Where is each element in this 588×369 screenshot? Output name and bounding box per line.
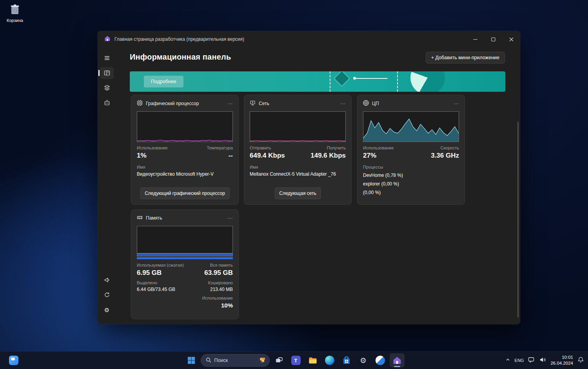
store-button[interactable] — [339, 353, 354, 367]
search-seasonal-icon — [258, 356, 267, 365]
maximize-button[interactable] — [484, 31, 502, 47]
gpu-usage-sparkline — [137, 112, 232, 142]
cpu-widget-title: ЦП — [372, 101, 379, 106]
tray-time: 10:01 — [550, 354, 573, 360]
gpu-usage-value: 1% — [137, 152, 147, 160]
network-name-label: Имя — [250, 165, 346, 169]
app-button[interactable] — [373, 353, 388, 367]
memory-usage-area-chart — [137, 226, 232, 256]
cpu-process-item: (0,00 %) — [363, 190, 459, 195]
search-placeholder: Поиск — [214, 358, 228, 363]
menu-button[interactable] — [100, 52, 114, 64]
settings-gear-icon: ⚙ — [360, 357, 367, 364]
memory-used-value: 6.95 GB — [137, 269, 162, 277]
windows-logo-icon — [187, 356, 196, 365]
announcements-button[interactable] — [100, 274, 114, 286]
network-chart — [250, 111, 346, 142]
gpu-temp-label: Температура — [207, 145, 233, 150]
memory-usage-bar — [137, 257, 233, 259]
gpu-temp-value: -- — [229, 152, 233, 160]
gpu-chart — [137, 111, 233, 142]
start-button[interactable] — [184, 353, 199, 367]
edge-icon — [325, 356, 334, 365]
file-explorer-button[interactable] — [305, 353, 320, 367]
taskbar-search[interactable]: Поиск — [201, 354, 270, 367]
devhome-logo-icon — [104, 35, 111, 43]
minimize-button[interactable] — [466, 31, 484, 47]
memory-committed-value: 6.44 GB/73.45 GB — [137, 287, 175, 292]
details-button[interactable]: Подробнее — [144, 76, 183, 87]
banner-decoration-pie — [410, 71, 445, 92]
widgets-icon — [9, 356, 18, 365]
cpu-more-menu-button[interactable]: ∙∙∙ — [454, 101, 459, 106]
sidebar-item-environments[interactable] — [100, 82, 114, 94]
recycle-bin[interactable]: Корзина — [4, 3, 26, 23]
memory-cached-value: 213.40 MB — [210, 287, 233, 292]
network-widget-title: Сеть — [259, 101, 269, 106]
feedback-button[interactable] — [100, 289, 114, 301]
cpu-usage-area-chart — [363, 112, 459, 142]
memory-more-menu-button[interactable]: ∙∙∙ — [228, 216, 233, 220]
gpu-name-value: Видеоустройство Microsoft Hyper-V — [137, 171, 233, 177]
gpu-usage-label: Использование — [137, 145, 168, 150]
cpu-widget: ЦП ∙∙∙ Использование Скорость 27% 3.36 G… — [357, 95, 465, 205]
memory-used-label: Используемая (сжатая) — [137, 263, 184, 267]
cpu-usage-label: Использование — [363, 145, 394, 150]
clock[interactable]: 10:01 26.04.2024 — [550, 354, 573, 366]
settings-button[interactable]: ⚙ — [100, 304, 114, 316]
folder-icon — [308, 356, 318, 365]
app-icon — [376, 356, 385, 365]
cpu-processes-label: Процессы — [363, 165, 459, 169]
network-recv-label: Получить — [327, 145, 346, 150]
notification-bell-icon[interactable] — [577, 356, 584, 365]
touch-keyboard-icon[interactable] — [528, 356, 535, 364]
cpu-speed-value: 3.36 GHz — [431, 152, 459, 160]
gpu-more-menu-button[interactable]: ∙∙∙ — [228, 101, 233, 106]
network-more-menu-button[interactable]: ∙∙∙ — [341, 101, 346, 106]
memory-usage-value: 10% — [137, 302, 233, 309]
network-recv-value: 149.6 Kbps — [310, 152, 346, 160]
desktop: { "desktop": { "recycle_bin_label": "Кор… — [0, 0, 588, 369]
tray-date: 26.04.2024 — [550, 360, 573, 366]
cpu-speed-label: Скорость — [440, 145, 459, 150]
settings-app-button[interactable]: ⚙ — [356, 353, 371, 367]
network-name-value: Mellanox ConnectX-5 Virtual Adapter _76 — [250, 171, 346, 177]
task-view-icon — [275, 356, 283, 365]
add-widget-button[interactable]: + Добавить мини-приложение — [426, 52, 505, 64]
cpu-process-item: DevHome (0,78 %) — [363, 173, 459, 178]
memory-widget: Память ∙∙∙ Используемая (сжатая) Вся пам… — [131, 209, 239, 319]
vertical-scrollbar[interactable] — [517, 122, 519, 318]
network-send-value: 649.4 Kbps — [250, 152, 285, 160]
gpu-icon — [137, 100, 143, 107]
banner-decoration-line — [356, 78, 388, 79]
close-button[interactable] — [502, 31, 520, 47]
store-icon — [342, 356, 351, 365]
devhome-window: Главная страница разработчика (предварит… — [98, 31, 520, 324]
sidebar-item-extensions[interactable] — [100, 97, 114, 109]
banner-dashed-line — [397, 71, 398, 92]
network-send-label: Отправить — [250, 145, 271, 150]
titlebar[interactable]: Главная страница разработчика (предварит… — [98, 31, 520, 47]
cpu-icon — [363, 100, 369, 107]
next-network-button[interactable]: Следующая сеть — [274, 187, 321, 199]
language-indicator[interactable]: ENG — [515, 358, 524, 363]
gear-icon: ⚙ — [104, 307, 109, 313]
teams-button[interactable]: T — [289, 353, 303, 367]
edge-button[interactable] — [322, 353, 337, 367]
sidebar-item-dashboard[interactable] — [100, 67, 114, 79]
gpu-name-label: Имя — [137, 165, 233, 169]
network-widget: Сеть ∙∙∙ Отправить Получить 649.4 Kbps 1… — [244, 95, 352, 205]
task-view-button[interactable] — [272, 353, 287, 367]
hidden-icons-chevron[interactable] — [505, 357, 510, 364]
memory-chart — [137, 226, 233, 256]
next-gpu-button[interactable]: Следующий графический процессор — [140, 187, 230, 199]
cpu-chart — [363, 111, 459, 142]
widgets-button[interactable] — [6, 353, 21, 367]
sidebar: ⚙ — [98, 47, 116, 324]
teams-icon: T — [291, 356, 301, 365]
recycle-bin-label: Корзина — [4, 18, 26, 23]
network-sparkline — [250, 112, 345, 142]
devhome-taskbar-button[interactable] — [390, 353, 405, 367]
devhome-house-icon — [392, 356, 402, 365]
volume-icon[interactable] — [539, 357, 546, 364]
